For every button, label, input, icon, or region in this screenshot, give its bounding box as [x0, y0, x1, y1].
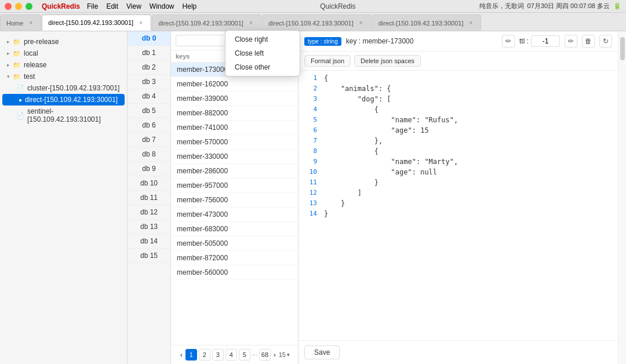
edit-ttl-button[interactable]: ✏	[565, 35, 577, 48]
db-item-14[interactable]: db 14	[128, 234, 170, 249]
format-json-button[interactable]: Format json	[304, 55, 351, 67]
code-line-6: 6 "age": 15	[299, 125, 618, 136]
key-item-10[interactable]: member-473000	[171, 208, 298, 222]
code-line-2: 2 "animals": {	[299, 83, 618, 94]
code-line-10: 10 "age": null	[299, 167, 618, 177]
tab-home-label: Home	[6, 20, 23, 27]
tab-direct-2-close[interactable]: ×	[247, 19, 255, 27]
scrollbar-thumb[interactable]	[620, 37, 625, 60]
keys-pagination: ‹ 1 2 3 4 5 ··· 68 › Save 15 ▾	[171, 345, 298, 364]
ellipsis: ···	[252, 351, 257, 358]
key-item-12[interactable]: member-505000	[171, 236, 298, 251]
line-content: }	[324, 209, 328, 219]
db-item-15[interactable]: db 15	[128, 249, 170, 263]
sidebar-item-sentinel[interactable]: sentinel-[150.109.42.193:31001]	[0, 105, 127, 125]
db-item-13[interactable]: db 13	[128, 220, 170, 234]
per-page-selector[interactable]: Save 15 ▾	[279, 351, 290, 358]
menu-help[interactable]: Help	[183, 2, 197, 10]
sidebar-item-direct[interactable]: ● direct-[150.109.42.193:30001]	[2, 94, 125, 105]
tab-direct-1[interactable]: direct-[150.109.42.193:30001] ×	[42, 14, 151, 31]
expand-icon-test: ▾	[7, 74, 10, 79]
page-5-btn[interactable]: 5	[239, 349, 250, 361]
close-window-button[interactable]	[5, 3, 12, 10]
tab-direct-4[interactable]: direct-[150.109.42.193:30001] ×	[372, 14, 482, 31]
prev-page-btn[interactable]: ‹	[179, 351, 184, 358]
line-content: }	[324, 198, 345, 209]
sidebar-item-cluster[interactable]: cluster-[150.109.42.193:7001]	[0, 82, 127, 94]
tab-direct-1-close[interactable]: ×	[137, 19, 145, 27]
db-item-10[interactable]: db 10	[128, 176, 170, 191]
tab-direct-4-close[interactable]: ×	[467, 19, 475, 27]
key-item-4[interactable]: member-741000	[171, 121, 298, 135]
menu-bar: File Edit View Window Help	[87, 2, 196, 10]
ttl-input[interactable]	[531, 35, 560, 47]
key-item-9[interactable]: member-756000	[171, 193, 298, 208]
context-menu-close-other[interactable]: Close other	[225, 60, 300, 74]
db-item-9[interactable]: db 9	[128, 162, 170, 176]
db-item-0[interactable]: db 0	[128, 31, 170, 46]
context-menu: Close right Close left Close other	[225, 30, 300, 77]
key-item-6[interactable]: member-330000	[171, 150, 298, 164]
delete-key-button[interactable]: 🗑	[582, 35, 595, 48]
db-item-5[interactable]: db 5	[128, 104, 170, 118]
sidebar-item-local[interactable]: ▸ local	[0, 48, 127, 59]
menu-file[interactable]: File	[87, 2, 98, 10]
refresh-button[interactable]: ↻	[599, 35, 612, 48]
tab-home[interactable]: Home ×	[0, 14, 41, 31]
key-item-14[interactable]: member-560000	[171, 265, 298, 280]
db-item-4[interactable]: db 4	[128, 89, 170, 104]
delete-json-spaces-button[interactable]: Delete json spaces	[354, 55, 421, 67]
key-item-13[interactable]: member-872000	[171, 251, 298, 265]
doc-icon-sentinel	[16, 112, 24, 119]
page-68-btn[interactable]: 68	[259, 349, 271, 361]
db-item-12[interactable]: db 12	[128, 205, 170, 220]
sidebar-item-test[interactable]: ▾ test	[0, 71, 127, 82]
save-button[interactable]: Save	[304, 345, 340, 359]
key-item-7[interactable]: member-286000	[171, 164, 298, 179]
line-content: ]	[324, 188, 362, 198]
tab-direct-4-label: direct-[150.109.42.193:30001]	[378, 20, 464, 27]
line-number: 6	[303, 125, 317, 136]
db-item-7[interactable]: db 7	[128, 133, 170, 147]
db-item-1[interactable]: db 1	[128, 46, 170, 60]
key-item-11[interactable]: member-683000	[171, 222, 298, 236]
tab-home-close[interactable]: ×	[27, 19, 35, 27]
code-line-12: 12 ]	[299, 188, 618, 198]
sidebar-item-release[interactable]: ▸ release	[0, 59, 127, 71]
page-2-btn[interactable]: 2	[199, 349, 210, 361]
key-item-5[interactable]: member-570000	[171, 135, 298, 150]
doc-icon-cluster	[16, 85, 24, 92]
db-item-11[interactable]: db 11	[128, 191, 170, 205]
db-item-2[interactable]: db 2	[128, 60, 170, 75]
line-number: 1	[303, 73, 317, 83]
next-page-btn[interactable]: ›	[272, 351, 277, 358]
key-item-8[interactable]: member-957000	[171, 179, 298, 193]
tab-direct-2[interactable]: direct-[150.109.42.193:30001] ×	[152, 14, 261, 31]
key-item-1[interactable]: member-162000	[171, 77, 298, 92]
maximize-window-button[interactable]	[26, 3, 32, 10]
menu-window[interactable]: Window	[150, 2, 174, 10]
window-title: QuickRedis	[320, 2, 355, 10]
page-3-btn[interactable]: 3	[212, 349, 224, 361]
key-display: key : member-173000	[346, 37, 497, 45]
sidebar-item-pre-release[interactable]: ▸ pre-release	[0, 36, 127, 48]
battery-icon: 🔋	[613, 2, 621, 10]
page-1-btn[interactable]: 1	[185, 349, 197, 361]
tab-direct-3-close[interactable]: ×	[357, 19, 365, 27]
menu-view[interactable]: View	[126, 2, 141, 10]
key-item-3[interactable]: member-882000	[171, 106, 298, 121]
menu-edit[interactable]: Edit	[106, 2, 118, 10]
db-item-3[interactable]: db 3	[128, 75, 170, 89]
code-line-8: 8 {	[299, 146, 618, 156]
key-item-2[interactable]: member-339000	[171, 92, 298, 106]
edit-key-button[interactable]: ✏	[502, 35, 515, 48]
db-item-6[interactable]: db 6	[128, 118, 170, 133]
context-menu-close-right[interactable]: Close right	[225, 32, 300, 46]
minimize-window-button[interactable]	[15, 3, 22, 10]
tab-direct-3[interactable]: direct-[150.109.42.193:30001] ×	[262, 14, 372, 31]
context-menu-close-left[interactable]: Close left	[225, 46, 300, 60]
page-4-btn[interactable]: 4	[225, 349, 237, 361]
app-container: Home × direct-[150.109.42.193:30001] × d…	[0, 13, 626, 364]
content-area: ▸ pre-release ▸ local ▸ release ▾ test	[0, 31, 626, 364]
db-item-8[interactable]: db 8	[128, 147, 170, 162]
